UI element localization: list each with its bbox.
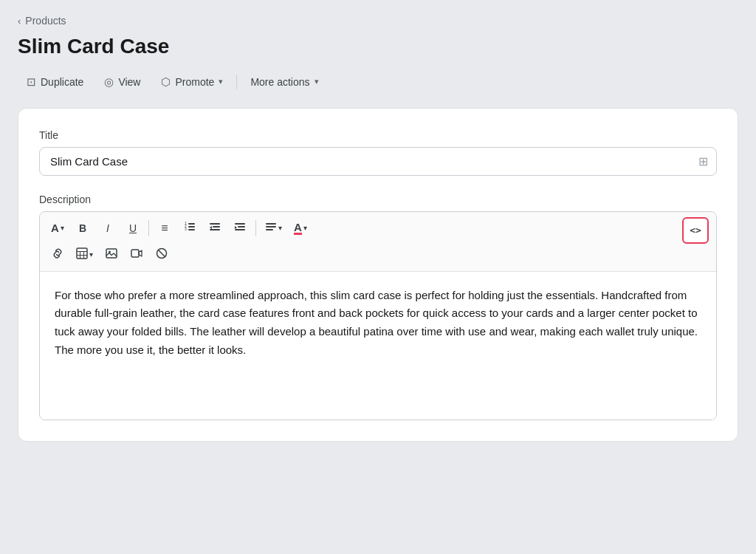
toolbar-row-2: ▾ [46, 243, 710, 267]
bullet-list-button[interactable]: ≡ [153, 216, 176, 240]
clear-format-button[interactable] [150, 243, 173, 267]
code-view-button[interactable]: <> [682, 217, 709, 244]
table-button[interactable]: ▾ [71, 243, 98, 267]
ordered-list-button[interactable]: 1 2 3 [178, 216, 202, 240]
link-button[interactable] [46, 243, 69, 267]
table-icon [76, 247, 88, 261]
svg-marker-9 [210, 226, 212, 229]
video-button[interactable] [125, 243, 148, 267]
title-input-wrapper: ⊞ [39, 147, 717, 176]
svg-rect-15 [266, 226, 276, 228]
image-button[interactable] [100, 243, 123, 267]
text-color-icon: A [294, 222, 302, 235]
table-chevron-icon: ▾ [89, 250, 93, 259]
promote-icon: ⬡ [161, 75, 171, 89]
breadcrumb: ‹ Products [18, 15, 738, 27]
link-icon [52, 247, 63, 261]
text-color-button[interactable]: A ▾ [289, 216, 312, 240]
action-separator [236, 75, 237, 89]
bold-button[interactable]: B [71, 216, 94, 240]
clear-format-icon [156, 247, 168, 261]
title-field-label: Title [39, 129, 717, 141]
svg-rect-17 [77, 248, 87, 259]
breadcrumb-products-link[interactable]: Products [25, 15, 66, 27]
duplicate-label: Duplicate [41, 76, 83, 88]
svg-rect-7 [213, 226, 220, 228]
action-bar: ⊡ Duplicate ◎ View ⬡ Promote ▾ More acti… [18, 71, 738, 93]
text-color-chevron-icon: ▾ [303, 224, 307, 232]
outdent-icon [209, 221, 221, 235]
toolbar-divider-1 [148, 220, 149, 236]
italic-button[interactable]: I [96, 216, 120, 240]
bold-icon: B [79, 222, 86, 234]
view-icon: ◎ [104, 75, 114, 89]
video-icon [131, 247, 142, 261]
svg-rect-22 [106, 249, 117, 258]
product-card: Title ⊞ Description A ▾ B I U [18, 108, 738, 442]
svg-rect-10 [235, 223, 245, 225]
title-input-icon: ⊞ [698, 154, 708, 168]
underline-icon: U [129, 222, 137, 234]
svg-rect-2 [188, 229, 195, 230]
svg-rect-16 [266, 229, 273, 230]
toolbar-divider-2 [255, 220, 256, 236]
code-icon: <> [690, 225, 701, 236]
promote-button[interactable]: ⬡ Promote ▾ [152, 71, 232, 93]
svg-line-26 [159, 250, 165, 257]
font-size-icon: A [51, 222, 59, 234]
outdent-button[interactable] [203, 216, 227, 240]
view-button[interactable]: ◎ View [95, 71, 149, 93]
svg-marker-13 [235, 226, 237, 229]
italic-icon: I [106, 222, 109, 234]
svg-rect-0 [188, 223, 195, 225]
svg-rect-6 [210, 223, 220, 225]
back-chevron-icon: ‹ [18, 16, 21, 27]
description-editor: A ▾ B I U ≡ [39, 211, 717, 420]
svg-rect-8 [210, 229, 220, 230]
toolbar-row-1: A ▾ B I U ≡ [46, 216, 710, 240]
description-content[interactable]: For those who prefer a more streamlined … [40, 272, 716, 420]
indent-icon [234, 221, 246, 235]
align-chevron-icon: ▾ [278, 224, 282, 232]
page-title: Slim Card Case [18, 34, 738, 59]
title-input[interactable] [39, 147, 717, 176]
svg-point-23 [109, 251, 111, 253]
description-field-label: Description [39, 194, 717, 205]
font-size-button[interactable]: A ▾ [46, 216, 69, 240]
duplicate-button[interactable]: ⊡ Duplicate [18, 71, 92, 93]
more-actions-label: More actions [250, 76, 309, 88]
promote-label: Promote [175, 76, 214, 88]
font-size-chevron-icon: ▾ [61, 224, 64, 232]
svg-rect-1 [188, 226, 195, 228]
indent-button[interactable] [228, 216, 252, 240]
ordered-list-icon: 1 2 3 [184, 221, 196, 235]
editor-toolbar: A ▾ B I U ≡ [40, 212, 716, 272]
svg-rect-24 [131, 250, 139, 257]
more-actions-button[interactable]: More actions ▾ [241, 72, 327, 92]
image-icon [106, 247, 117, 261]
svg-rect-12 [235, 229, 245, 230]
promote-chevron-icon: ▾ [219, 77, 223, 86]
svg-rect-11 [238, 226, 245, 228]
more-actions-chevron-icon: ▾ [315, 77, 319, 86]
svg-text:3: 3 [185, 227, 187, 231]
bullet-list-icon: ≡ [161, 222, 168, 235]
align-button[interactable]: ▾ [260, 216, 287, 240]
view-label: View [118, 76, 140, 88]
description-text: For those who prefer a more streamlined … [55, 289, 698, 356]
duplicate-icon: ⊡ [27, 75, 36, 89]
underline-button[interactable]: U [121, 216, 145, 240]
align-icon [265, 221, 277, 235]
svg-rect-14 [266, 223, 276, 225]
